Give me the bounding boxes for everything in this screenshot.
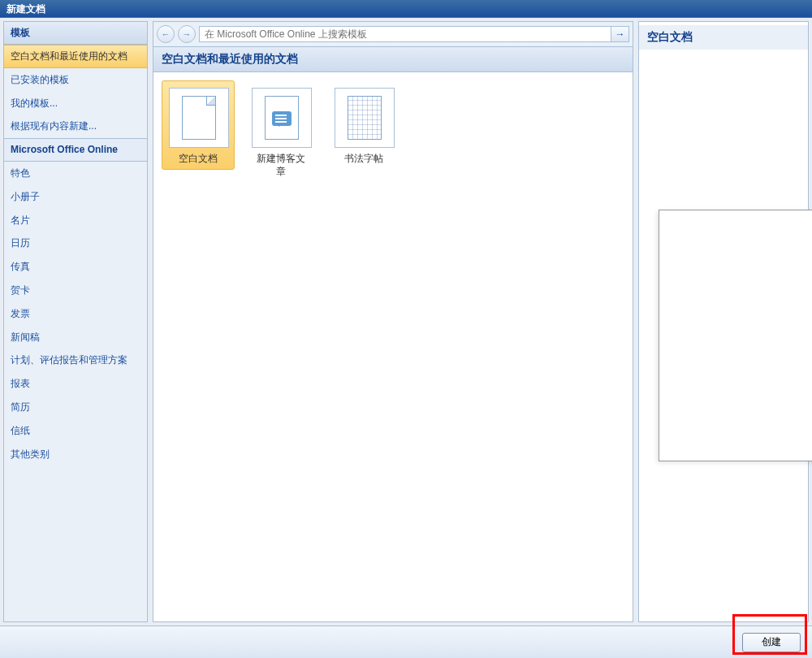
sidebar-item[interactable]: 报表 bbox=[4, 372, 147, 396]
sidebar-item[interactable]: 计划、评估报告和管理方案 bbox=[4, 348, 147, 372]
main-area: 模板 空白文档和最近使用的文档已安装的模板我的模板...根据现有内容新建...M… bbox=[0, 18, 812, 626]
template-grid: 空白文档新建博客文章书法字帖 bbox=[153, 72, 633, 190]
sidebar-item[interactable]: 贺卡 bbox=[4, 279, 147, 302]
preview-page-thumbnail bbox=[659, 210, 812, 461]
title-bar: 新建文档 bbox=[0, 0, 812, 18]
preview-title: 空白文档 bbox=[639, 25, 808, 50]
sidebar-item[interactable]: 其他类别 bbox=[4, 443, 147, 466]
template-thumb-wrap: 书法字帖 bbox=[327, 80, 400, 170]
sidebar-item[interactable]: 特色 bbox=[4, 162, 147, 185]
preview-panel: 空白文档 bbox=[638, 21, 809, 622]
sidebar-item[interactable]: 我的模板... bbox=[4, 92, 147, 115]
create-button[interactable]: 创建 bbox=[742, 633, 801, 652]
sidebar-item[interactable]: 日历 bbox=[4, 232, 147, 255]
template-label: 书法字帖 bbox=[335, 153, 393, 166]
blog-icon bbox=[265, 96, 299, 140]
blank-icon bbox=[169, 88, 229, 148]
sidebar-item[interactable]: 小册子 bbox=[4, 185, 147, 209]
calligraphy-grid-icon bbox=[348, 96, 382, 140]
template-label: 空白文档 bbox=[169, 153, 227, 166]
blank-doc-icon bbox=[182, 96, 216, 140]
nav-forward-button[interactable]: → bbox=[178, 25, 196, 43]
sidebar-item[interactable]: 信纸 bbox=[4, 419, 147, 443]
search-go-button[interactable]: → bbox=[611, 26, 629, 42]
preview-body bbox=[639, 50, 808, 621]
sidebar-item[interactable]: 名片 bbox=[4, 209, 147, 232]
calligraphy-icon bbox=[335, 88, 395, 148]
speech-bubble-icon bbox=[272, 111, 292, 126]
sidebar-item[interactable]: 简历 bbox=[4, 396, 147, 419]
window-title: 新建文档 bbox=[6, 3, 45, 15]
sidebar-item[interactable]: 发票 bbox=[4, 302, 147, 326]
content-header: 空白文档和最近使用的文档 bbox=[153, 47, 633, 72]
toolbar: ← → → bbox=[153, 22, 633, 47]
blog-icon bbox=[252, 88, 312, 148]
template-thumb-wrap: 空白文档 bbox=[162, 80, 235, 170]
sidebar-item[interactable]: 已安装的模板 bbox=[4, 68, 147, 92]
sidebar-header: 模板 bbox=[4, 22, 147, 45]
center-panel: ← → → 空白文档和最近使用的文档 空白文档新建博客文章书法字帖 bbox=[153, 21, 633, 622]
sidebar-section-header: Microsoft Office Online bbox=[4, 138, 147, 162]
sidebar-item[interactable]: 新闻稿 bbox=[4, 326, 147, 349]
footer: 创建 bbox=[0, 626, 812, 658]
template-item[interactable]: 新建博客文章 bbox=[244, 80, 317, 182]
template-item[interactable]: 空白文档 bbox=[162, 80, 235, 170]
sidebar-item[interactable]: 根据现有内容新建... bbox=[4, 115, 147, 138]
search-wrap: → bbox=[199, 26, 629, 42]
sidebar-list: 空白文档和最近使用的文档已安装的模板我的模板...根据现有内容新建...Micr… bbox=[4, 45, 147, 621]
search-input[interactable] bbox=[199, 26, 611, 42]
nav-back-button[interactable]: ← bbox=[157, 25, 175, 43]
template-label: 新建博客文章 bbox=[252, 153, 310, 178]
sidebar: 模板 空白文档和最近使用的文档已安装的模板我的模板...根据现有内容新建...M… bbox=[3, 21, 148, 622]
sidebar-item[interactable]: 空白文档和最近使用的文档 bbox=[4, 45, 147, 68]
template-item[interactable]: 书法字帖 bbox=[327, 80, 400, 170]
template-thumb-wrap: 新建博客文章 bbox=[244, 80, 317, 182]
sidebar-item[interactable]: 传真 bbox=[4, 255, 147, 279]
